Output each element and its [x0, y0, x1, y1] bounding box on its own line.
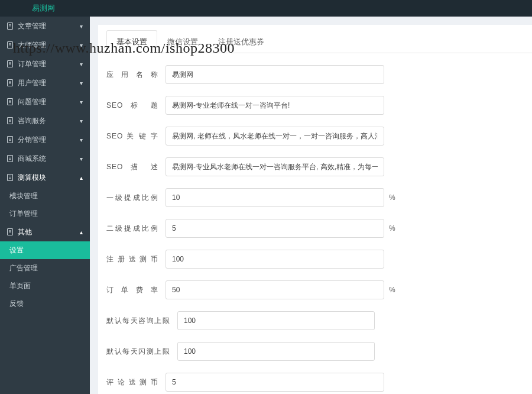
nav-consult[interactable]: 咨询服务▾ — [0, 111, 90, 130]
label-app-name: 应用名称 — [106, 70, 158, 80]
label-seo-keywords: SEO 关 键 字 — [106, 131, 158, 141]
sidebar: 文章管理▾ 大师管理▾ 订单管理▾ 用户管理▾ 问题管理▾ 咨询服务▾ 分销管理… — [0, 17, 90, 394]
label-level2-rate: 二级提成比例 — [106, 224, 158, 234]
document-icon — [7, 60, 13, 67]
nav-article[interactable]: 文章管理▾ — [0, 17, 90, 35]
input-level2-rate[interactable] — [166, 219, 384, 238]
topbar: 易测网 — [0, 0, 532, 17]
document-icon — [7, 174, 13, 181]
sub-module-manage[interactable]: 模块管理 — [0, 187, 90, 205]
label-daily-flash: 默认每天闪测上限 — [106, 347, 170, 357]
label-level1-rate: 一级提成比例 — [106, 193, 158, 203]
settings-form: 应用名称 SEO 标 题 SEO 关 键 字 SEO 描 述 一级提成比例% 二… — [98, 53, 532, 394]
chevron-down-icon: ▾ — [80, 156, 83, 162]
chevron-up-icon: ▴ — [80, 229, 83, 235]
tab-coupon[interactable]: 注册送优惠券 — [208, 30, 274, 53]
nav-calc[interactable]: 测算模块▴ — [0, 168, 90, 187]
input-app-name[interactable] — [166, 65, 384, 84]
sub-ads[interactable]: 广告管理 — [0, 259, 90, 277]
input-daily-consult[interactable] — [177, 311, 375, 330]
nav-order[interactable]: 订单管理▾ — [0, 54, 90, 73]
input-reg-coin[interactable] — [166, 250, 384, 269]
sub-pages[interactable]: 单页面 — [0, 277, 90, 295]
label-reg-coin: 注册送测币 — [106, 254, 158, 264]
chevron-down-icon: ▾ — [80, 23, 83, 30]
document-icon — [7, 155, 13, 162]
input-level1-rate[interactable] — [166, 188, 384, 207]
suffix-percent: % — [389, 193, 395, 202]
document-icon — [7, 79, 13, 86]
suffix-percent: % — [389, 286, 395, 294]
main-panel: 基本设置 微信设置 注册送优惠券 应用名称 SEO 标 题 SEO 关 键 字 … — [98, 25, 532, 394]
input-comment-coin[interactable] — [166, 373, 384, 392]
document-icon — [7, 22, 13, 30]
chevron-up-icon: ▴ — [80, 175, 83, 181]
label-comment-coin: 评论送测币 — [106, 377, 158, 387]
tab-wechat[interactable]: 微信设置 — [157, 30, 208, 53]
label-seo-title: SEO 标 题 — [106, 101, 158, 111]
input-seo-keywords[interactable] — [166, 127, 384, 146]
sub-feedback[interactable]: 反馈 — [0, 295, 90, 312]
chevron-down-icon: ▾ — [80, 99, 83, 105]
document-icon — [7, 136, 13, 143]
document-icon — [7, 98, 13, 105]
input-daily-flash[interactable] — [177, 342, 375, 361]
tabs: 基本设置 微信设置 注册送优惠券 — [98, 30, 532, 53]
label-daily-consult: 默认每天咨询上限 — [106, 316, 170, 326]
input-seo-desc[interactable] — [166, 157, 384, 176]
input-seo-title[interactable] — [166, 96, 384, 115]
nav-master[interactable]: 大师管理▾ — [0, 35, 90, 54]
document-icon — [7, 228, 13, 235]
label-order-fee: 订 单 费 率 — [106, 285, 158, 295]
chevron-down-icon: ▾ — [80, 42, 83, 49]
nav-question[interactable]: 问题管理▾ — [0, 92, 90, 111]
sub-settings[interactable]: 设置 — [0, 241, 90, 259]
suffix-percent: % — [389, 224, 395, 232]
nav-distribution[interactable]: 分销管理▾ — [0, 130, 90, 149]
nav-other[interactable]: 其他▴ — [0, 222, 90, 241]
chevron-down-icon: ▾ — [80, 61, 83, 67]
label-seo-desc: SEO 描 述 — [106, 162, 158, 172]
sub-order-manage[interactable]: 订单管理 — [0, 205, 90, 222]
tab-basic[interactable]: 基本设置 — [106, 30, 157, 53]
document-icon — [7, 41, 13, 49]
chevron-down-icon: ▾ — [80, 118, 83, 124]
brand-name: 易测网 — [32, 3, 55, 14]
nav-mall[interactable]: 商城系统▾ — [0, 149, 90, 168]
document-icon — [7, 117, 13, 124]
chevron-down-icon: ▾ — [80, 80, 83, 86]
nav-user[interactable]: 用户管理▾ — [0, 73, 90, 92]
input-order-fee[interactable] — [166, 280, 384, 299]
chevron-down-icon: ▾ — [80, 137, 83, 143]
